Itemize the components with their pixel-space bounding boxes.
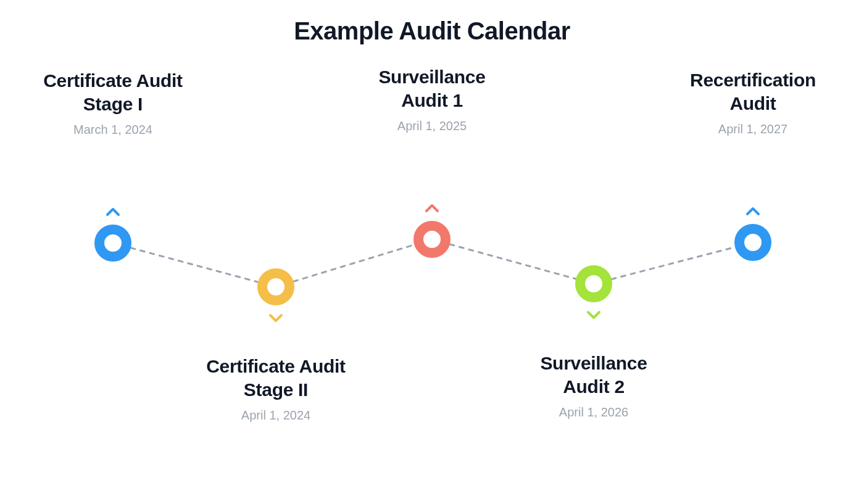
timeline-label-date: March 1, 2024 (14, 123, 212, 137)
timeline-label-date: April 1, 2024 (177, 408, 375, 423)
timeline-label-title: Certificate AuditStage II (177, 355, 375, 401)
timeline-node-n4 (575, 265, 612, 302)
timeline-label-title: SurveillanceAudit 1 (333, 65, 531, 112)
svg-line-2 (450, 244, 576, 279)
timeline-label-title: Certificate AuditStage I (14, 69, 212, 115)
timeline-label-n4: SurveillanceAudit 2April 1, 2026 (495, 352, 692, 419)
chevron-down-icon (268, 310, 284, 326)
timeline-label-n5: RecertificationAuditApril 1, 2027 (654, 68, 852, 136)
chevron-up-icon (424, 200, 440, 217)
timeline-label-n1: Certificate AuditStage IMarch 1, 2024 (14, 69, 212, 137)
timeline-stage: Certificate AuditStage IMarch 1, 2024 Ce… (0, 0, 864, 504)
timeline-label-n3: SurveillanceAudit 1April 1, 2025 (333, 65, 531, 133)
timeline-label-date: April 1, 2025 (333, 119, 531, 133)
timeline-node-n3 (413, 221, 451, 258)
svg-line-0 (131, 248, 258, 282)
timeline-node-n2 (257, 268, 294, 305)
svg-line-1 (294, 245, 415, 282)
timeline-label-n2: Certificate AuditStage IIApril 1, 2024 (177, 355, 375, 423)
timeline-label-title: SurveillanceAudit 2 (495, 352, 692, 398)
svg-line-3 (612, 247, 735, 279)
chevron-down-icon (586, 307, 602, 323)
timeline-label-title: RecertificationAudit (654, 68, 852, 115)
chevron-up-icon (745, 204, 761, 220)
timeline-label-date: April 1, 2026 (495, 405, 692, 419)
timeline-node-n1 (94, 225, 131, 262)
timeline-node-n5 (734, 224, 771, 261)
chevron-up-icon (105, 204, 121, 220)
timeline-label-date: April 1, 2027 (654, 122, 852, 136)
